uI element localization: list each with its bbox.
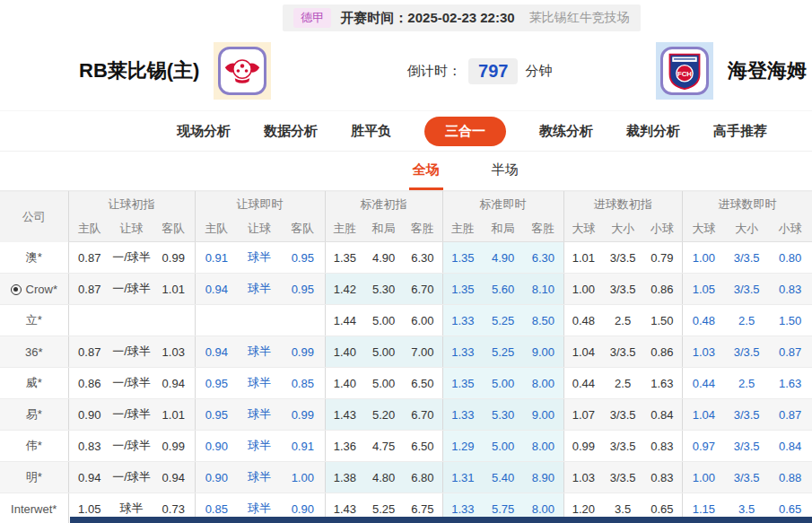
odds-cell[interactable]: 3/3.5 — [725, 242, 768, 274]
odds-cell[interactable]: 8.90 — [523, 462, 563, 493]
odds-cell: 一/球半 — [110, 462, 153, 493]
company-cell[interactable]: Interwet* — [0, 493, 68, 523]
odds-cell[interactable]: 0.48 — [682, 305, 725, 336]
league-badge[interactable]: 德甲 — [293, 8, 331, 28]
nav-tab-6[interactable]: 高手推荐 — [713, 123, 767, 140]
odds-cell: 1.63 — [642, 368, 682, 399]
odds-cell: 1.44 — [325, 305, 364, 336]
odds-cell[interactable]: 5.60 — [483, 274, 523, 305]
company-cell[interactable]: Crow* — [0, 274, 68, 305]
nav-tab-2[interactable]: 胜平负 — [351, 123, 391, 140]
odds-cell[interactable]: 0.83 — [768, 274, 812, 305]
odds-cell[interactable]: 1.35 — [442, 274, 483, 305]
nav-tab-0[interactable]: 现场分析 — [177, 123, 231, 140]
odds-cell[interactable]: 球半 — [238, 399, 281, 431]
company-cell[interactable]: 威* — [0, 368, 68, 399]
odds-cell[interactable]: 9.00 — [523, 336, 563, 368]
sub-tab-0[interactable]: 全场 — [409, 152, 443, 190]
odds-cell[interactable]: 3/3.5 — [725, 431, 768, 462]
home-team-logo — [218, 47, 266, 95]
odds-cell[interactable]: 0.80 — [768, 242, 812, 274]
odds-cell[interactable]: 1.33 — [442, 399, 483, 431]
odds-cell[interactable]: 球半 — [238, 368, 281, 399]
odds-cell[interactable]: 球半 — [238, 336, 281, 368]
odds-cell[interactable]: 1.05 — [682, 274, 725, 305]
company-cell[interactable]: 36* — [0, 336, 68, 368]
odds-cell[interactable]: 5.00 — [483, 431, 523, 462]
odds-cell[interactable]: 球半 — [238, 274, 281, 305]
odds-cell[interactable]: 1.03 — [682, 336, 725, 368]
odds-cell[interactable] — [195, 305, 238, 336]
odds-cell[interactable]: 8.50 — [523, 305, 563, 336]
odds-cell[interactable]: 5.25 — [483, 336, 523, 368]
odds-cell: 5.00 — [364, 305, 403, 336]
odds-cell[interactable]: 0.91 — [281, 431, 325, 462]
odds-cell[interactable]: 0.85 — [281, 368, 325, 399]
odds-cell[interactable]: 球半 — [238, 431, 281, 462]
odds-cell[interactable] — [281, 305, 325, 336]
odds-cell[interactable]: 2.5 — [725, 305, 768, 336]
odds-cell[interactable]: 1.35 — [442, 242, 483, 274]
odds-cell[interactable]: 3/3.5 — [725, 274, 768, 305]
nav-tab-4[interactable]: 教练分析 — [539, 123, 593, 140]
odds-cell[interactable]: 0.91 — [195, 242, 238, 274]
odds-cell[interactable]: 5.00 — [483, 368, 523, 399]
odds-cell[interactable]: 0.95 — [281, 242, 325, 274]
odds-cell[interactable]: 球半 — [238, 242, 281, 274]
odds-cell[interactable] — [238, 305, 281, 336]
odds-cell[interactable]: 1.00 — [682, 462, 725, 493]
odds-cell[interactable]: 8.10 — [523, 274, 563, 305]
company-cell[interactable]: 伟* — [0, 431, 68, 462]
odds-cell: 0.99 — [153, 242, 195, 274]
odds-cell[interactable]: 0.88 — [768, 462, 812, 493]
odds-cell[interactable]: 1.33 — [442, 336, 483, 368]
odds-cell[interactable]: 1.31 — [442, 462, 483, 493]
nav-tab-3[interactable]: 三合一 — [424, 117, 506, 146]
odds-cell[interactable]: 5.25 — [483, 305, 523, 336]
odds-cell[interactable]: 1.29 — [442, 431, 483, 462]
odds-cell[interactable]: 0.84 — [768, 431, 812, 462]
odds-cell[interactable]: 0.94 — [195, 274, 238, 305]
odds-cell: 6.00 — [403, 305, 442, 336]
odds-cell[interactable]: 0.99 — [281, 399, 325, 431]
odds-cell[interactable]: 1.04 — [682, 399, 725, 431]
odds-cell[interactable]: 0.97 — [682, 431, 725, 462]
company-cell[interactable]: 立* — [0, 305, 68, 336]
odds-cell[interactable]: 5.30 — [483, 399, 523, 431]
odds-cell[interactable]: 0.87 — [768, 336, 812, 368]
odds-cell[interactable]: 0.99 — [281, 336, 325, 368]
odds-cell[interactable]: 0.87 — [768, 399, 812, 431]
odds-cell[interactable]: 6.30 — [523, 242, 563, 274]
odds-cell[interactable]: 0.95 — [281, 274, 325, 305]
odds-cell[interactable]: 8.00 — [523, 368, 563, 399]
company-cell[interactable]: 明* — [0, 462, 68, 493]
odds-cell[interactable]: 4.90 — [483, 242, 523, 274]
odds-cell[interactable]: 0.90 — [195, 431, 238, 462]
odds-cell[interactable]: 1.35 — [442, 368, 483, 399]
odds-cell[interactable]: 球半 — [238, 462, 281, 493]
nav-tab-5[interactable]: 裁判分析 — [626, 123, 680, 140]
odds-cell[interactable]: 9.00 — [523, 399, 563, 431]
sub-tab-1[interactable]: 半场 — [488, 152, 522, 190]
odds-cell[interactable]: 5.40 — [483, 462, 523, 493]
company-cell[interactable]: 澳* — [0, 242, 68, 274]
odds-cell[interactable]: 8.00 — [523, 431, 563, 462]
odds-cell[interactable]: 1.33 — [442, 305, 483, 336]
odds-cell[interactable]: 1.63 — [768, 368, 812, 399]
odds-table-body: 澳*0.87一/球半0.990.91球半0.951.354.906.301.35… — [0, 242, 812, 523]
odds-cell: 1.43 — [325, 399, 364, 431]
odds-cell[interactable]: 2.5 — [725, 368, 768, 399]
odds-cell[interactable]: 0.95 — [195, 368, 238, 399]
nav-tab-1[interactable]: 数据分析 — [264, 123, 318, 140]
odds-cell[interactable]: 0.90 — [195, 462, 238, 493]
odds-cell[interactable]: 1.00 — [281, 462, 325, 493]
odds-cell[interactable]: 1.50 — [768, 305, 812, 336]
odds-cell[interactable]: 0.44 — [682, 368, 725, 399]
odds-cell[interactable]: 3/3.5 — [725, 336, 768, 368]
odds-cell[interactable]: 0.95 — [195, 399, 238, 431]
odds-cell[interactable]: 0.94 — [195, 336, 238, 368]
odds-cell[interactable]: 3/3.5 — [725, 399, 768, 431]
odds-cell[interactable]: 1.00 — [682, 242, 725, 274]
odds-cell[interactable]: 3/3.5 — [725, 462, 768, 493]
company-cell[interactable]: 易* — [0, 399, 68, 431]
